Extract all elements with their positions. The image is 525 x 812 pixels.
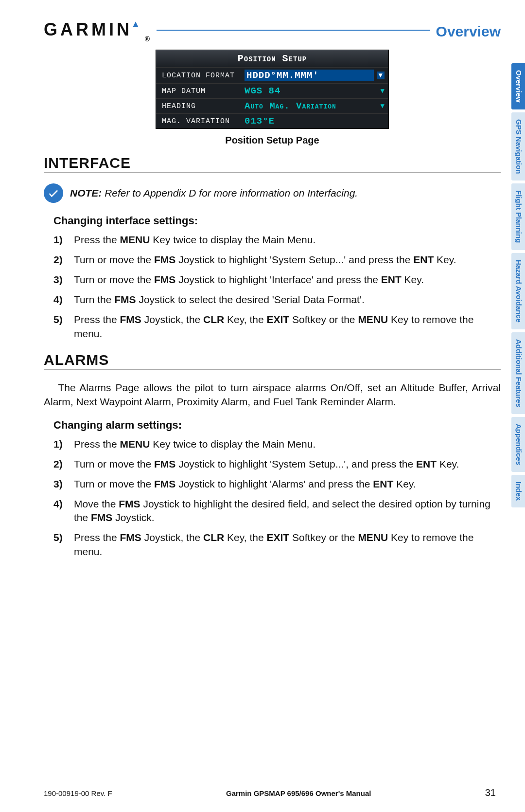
tab-appendices[interactable]: Appendices [511,417,525,472]
note-block: NOTE: Refer to Appendix D for more infor… [44,183,501,203]
section-label: Overview [436,23,501,40]
screenshot-row: LOCATION FORMATHDDD°MM.MMM'▼ [156,67,388,83]
delta-icon: ▲ [131,19,143,29]
step-item: Press the MENU Key twice to display the … [53,233,501,247]
tab-gps-navigation[interactable]: GPS Navigation [511,112,525,181]
row-value: HDDD°MM.MMM' [245,70,374,81]
tab-hazard-avoidance[interactable]: Hazard Avoidance [511,253,525,329]
screenshot-caption: Position Setup Page [44,135,501,146]
step-item: Turn or move the FMS Joystick to highlig… [53,457,501,471]
position-setup-screenshot: Position Setup LOCATION FORMATHDDD°MM.MM… [156,50,389,129]
step-item: Turn or move the FMS Joystick to highlig… [53,273,501,287]
step-item: Turn or move the FMS Joystick to highlig… [53,477,501,491]
row-value: 013°E [245,116,385,126]
note-body: Refer to Appendix D for more information… [102,187,358,198]
registered-mark: ® [145,35,153,43]
alarms-steps: Press the MENU Key twice to display the … [53,437,501,559]
step-item: Press the FMS Joystick, the CLR Key, the… [53,531,501,559]
footer-page: 31 [485,787,496,798]
tab-overview[interactable]: Overview [511,63,525,109]
interface-steps: Press the MENU Key twice to display the … [53,233,501,341]
header-rule [157,30,430,31]
screenshot-row: MAP DATUMWGS 84▼ [156,83,388,98]
step-item: Turn the FMS Joystick to select the desi… [53,293,501,307]
tab-flight-planning[interactable]: Flight Planning [511,183,525,250]
chevron-down-icon: ▼ [381,87,385,95]
chevron-down-icon: ▼ [377,72,385,79]
row-label: MAP DATUM [162,87,245,95]
garmin-logo: GARMIN▲® [44,19,152,40]
interface-heading: INTERFACE [44,155,501,173]
screenshot-title: Position Setup [156,50,388,67]
note-label: NOTE: [70,187,102,198]
alarms-body: The Alarms Page allows the pilot to turn… [44,380,501,409]
footer-rev: 190-00919-00 Rev. F [44,789,112,797]
footer-title: Garmin GPSMAP 695/696 Owner's Manual [112,789,485,797]
step-item: Press the MENU Key twice to display the … [53,437,501,451]
page-footer: 190-00919-00 Rev. F Garmin GPSMAP 695/69… [44,787,496,798]
step-item: Press the FMS Joystick, the CLR Key, the… [53,313,501,341]
screenshot-rows: LOCATION FORMATHDDD°MM.MMM'▼MAP DATUMWGS… [156,67,388,128]
tab-additional-features[interactable]: Additional Features [511,332,525,414]
brand-text: GARMIN [44,19,132,40]
tab-index[interactable]: Index [511,475,525,507]
screenshot-row: MAG. VARIATION013°E [156,113,388,128]
page-header: GARMIN▲® Overview [44,19,501,40]
screenshot-row: HEADINGAuto Mag. Variation▼ [156,98,388,113]
step-item: Move the FMS Joystick to highlight the d… [53,497,501,525]
side-tabs: OverviewGPS NavigationFlight PlanningHaz… [511,63,525,510]
row-label: HEADING [162,102,245,110]
alarms-heading: ALARMS [44,352,501,370]
row-label: MAG. VARIATION [162,117,245,126]
interface-subhead: Changing interface settings: [53,215,501,227]
row-value: Auto Mag. Variation [245,101,378,111]
chevron-down-icon: ▼ [381,102,385,110]
step-item: Turn or move the FMS Joystick to highlig… [53,253,501,267]
row-label: LOCATION FORMAT [162,72,245,80]
alarms-subhead: Changing alarm settings: [53,419,501,432]
row-value: WGS 84 [245,86,378,96]
note-icon [44,183,63,203]
note-text: NOTE: Refer to Appendix D for more infor… [70,187,358,199]
